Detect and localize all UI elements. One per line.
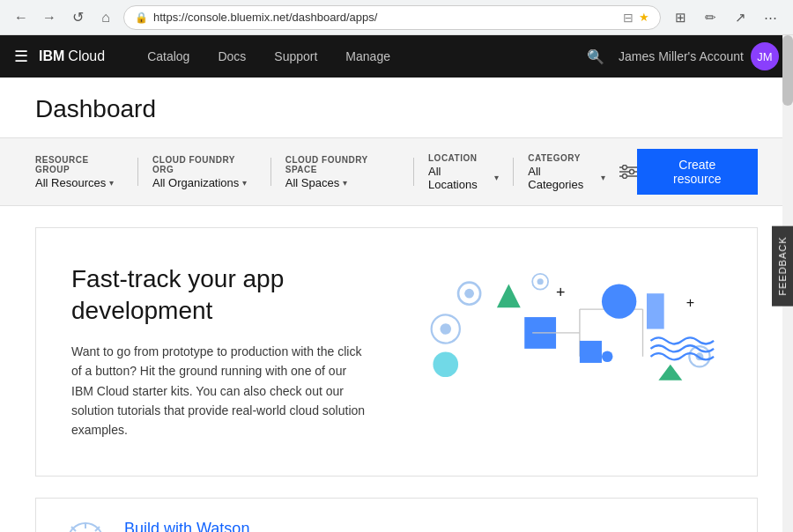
svg-point-27 xyxy=(537,278,544,284)
cloud-foundry-org-value: All Organizations xyxy=(152,176,239,189)
resource-group-value: All Resources xyxy=(35,176,106,189)
filter-cloud-foundry-space: CLOUD FOUNDRY SPACE All Spaces ▾ xyxy=(285,155,399,189)
filter-category: CATEGORY All Categories ▾ xyxy=(528,153,604,191)
hero-illustration: + + xyxy=(406,263,722,387)
browser-toolbar: ⊞ ✏ ↗ ⋯ xyxy=(668,5,782,30)
top-nav: ☰ IBM Cloud Catalog Docs Support Manage … xyxy=(0,35,793,78)
svg-point-1 xyxy=(622,166,626,170)
hero-text: Fast-track your app development Want to … xyxy=(71,263,371,440)
category-label: CATEGORY xyxy=(528,153,604,163)
cloud-foundry-space-value: All Spaces xyxy=(285,176,339,189)
location-select[interactable]: All Locations ▾ xyxy=(428,165,499,191)
filter-location: LOCATION All Locations ▾ xyxy=(428,153,499,191)
filter-divider-1 xyxy=(137,158,138,186)
watson-title: Build with Watson xyxy=(124,520,442,532)
svg-text:+: + xyxy=(556,284,565,301)
url-text: https://console.bluemix.net/dashboard/ap… xyxy=(153,11,618,24)
svg-point-12 xyxy=(433,351,458,377)
location-value: All Locations xyxy=(428,165,491,191)
scrollbar-thumb[interactable] xyxy=(782,35,793,106)
bookmark-star-icon[interactable]: ★ xyxy=(639,11,649,24)
user-avatar[interactable]: JM xyxy=(751,42,779,70)
filter-settings-button[interactable] xyxy=(619,165,637,179)
user-account-name[interactable]: James Miller's Account xyxy=(619,49,744,63)
nav-support[interactable]: Support xyxy=(260,35,331,78)
svg-point-9 xyxy=(440,323,451,335)
brand-logo[interactable]: IBM Cloud xyxy=(39,48,105,64)
nav-docs[interactable]: Docs xyxy=(204,35,260,78)
svg-marker-10 xyxy=(497,284,521,307)
address-bar[interactable]: 🔒 https://console.bluemix.net/dashboard/… xyxy=(123,5,661,30)
filter-divider-2 xyxy=(271,158,271,186)
watson-icon xyxy=(64,520,107,532)
tab-icon: ⊟ xyxy=(623,11,634,25)
nav-links: Catalog Docs Support Manage xyxy=(133,35,580,78)
svg-point-18 xyxy=(602,284,636,318)
back-button[interactable]: ← xyxy=(11,7,32,28)
share-button[interactable]: ↗ xyxy=(728,5,752,30)
resource-group-chevron: ▾ xyxy=(109,178,114,188)
watson-card-inner: Build with Watson Starter Kit · Lite Ser… xyxy=(64,520,729,532)
svg-point-3 xyxy=(629,170,634,174)
dashboard-header: Dashboard xyxy=(0,78,793,123)
filter-settings-icon xyxy=(619,165,637,179)
browser-chrome: ← → ↺ ⌂ 🔒 https://console.bluemix.net/da… xyxy=(0,0,793,35)
search-icon: 🔍 xyxy=(587,48,604,65)
svg-point-7 xyxy=(464,289,474,299)
location-label: LOCATION xyxy=(428,153,499,163)
hero-description: Want to go from prototype to production … xyxy=(71,342,371,440)
svg-marker-24 xyxy=(658,365,682,381)
home-button[interactable]: ⌂ xyxy=(95,7,116,28)
filter-divider-3 xyxy=(413,158,414,186)
hero-title: Fast-track your app development xyxy=(71,263,371,328)
filter-divider-4 xyxy=(513,158,514,186)
brand-cloud: Cloud xyxy=(68,48,105,64)
filter-resource-group: RESOURCE GROUP All Resources ▾ xyxy=(35,155,123,189)
svg-rect-25 xyxy=(580,341,602,363)
hero-section: Fast-track your app development Want to … xyxy=(35,227,758,477)
category-value: All Categories xyxy=(528,165,597,191)
svg-text:+: + xyxy=(686,294,694,310)
forward-button[interactable]: → xyxy=(39,7,60,28)
svg-point-20 xyxy=(602,351,613,363)
create-resource-button[interactable]: Create resource xyxy=(637,149,758,195)
watson-card: Build with Watson Starter Kit · Lite Ser… xyxy=(35,498,758,532)
page-title: Dashboard xyxy=(35,95,758,123)
svg-rect-19 xyxy=(647,293,664,329)
filter-cloud-foundry-org: CLOUD FOUNDRY ORG All Organizations ▾ xyxy=(152,155,256,189)
more-button[interactable]: ⋯ xyxy=(758,5,782,30)
hamburger-icon: ☰ xyxy=(14,47,28,66)
cloud-foundry-space-select[interactable]: All Spaces ▾ xyxy=(285,176,399,189)
feedback-tab[interactable]: FEEDBACK xyxy=(772,225,793,306)
resource-group-label: RESOURCE GROUP xyxy=(35,155,123,174)
svg-point-5 xyxy=(622,174,626,179)
location-chevron: ▾ xyxy=(494,173,499,182)
nav-catalog[interactable]: Catalog xyxy=(133,35,204,78)
hamburger-button[interactable]: ☰ xyxy=(14,47,39,66)
category-select[interactable]: All Categories ▾ xyxy=(528,165,604,191)
brand-ibm: IBM xyxy=(39,48,64,64)
search-button[interactable]: 🔍 xyxy=(580,41,611,72)
nav-manage[interactable]: Manage xyxy=(331,35,404,78)
nav-right: 🔍 James Miller's Account JM xyxy=(580,41,779,72)
cloud-foundry-org-select[interactable]: All Organizations ▾ xyxy=(152,176,256,189)
cloud-foundry-space-chevron: ▾ xyxy=(343,178,347,188)
reload-button[interactable]: ↺ xyxy=(67,7,88,28)
main-content: Dashboard RESOURCE GROUP All Resources ▾… xyxy=(0,78,793,532)
filter-bar: RESOURCE GROUP All Resources ▾ CLOUD FOU… xyxy=(0,137,793,206)
category-chevron: ▾ xyxy=(601,173,605,182)
avatar-initials: JM xyxy=(757,50,772,63)
hero-illustration-svg: + + xyxy=(406,263,722,387)
lock-icon: 🔒 xyxy=(135,11,148,24)
cloud-foundry-org-label: CLOUD FOUNDRY ORG xyxy=(152,155,256,174)
cloud-foundry-org-chevron: ▾ xyxy=(242,178,247,188)
pen-button[interactable]: ✏ xyxy=(698,5,723,30)
watson-icon-svg xyxy=(64,520,107,532)
bookmark-manager-button[interactable]: ⊞ xyxy=(668,5,693,30)
watson-info: Build with Watson Starter Kit · Lite Ser… xyxy=(124,520,442,532)
resource-group-select[interactable]: All Resources ▾ xyxy=(35,176,123,189)
cloud-foundry-space-label: CLOUD FOUNDRY SPACE xyxy=(285,155,399,174)
